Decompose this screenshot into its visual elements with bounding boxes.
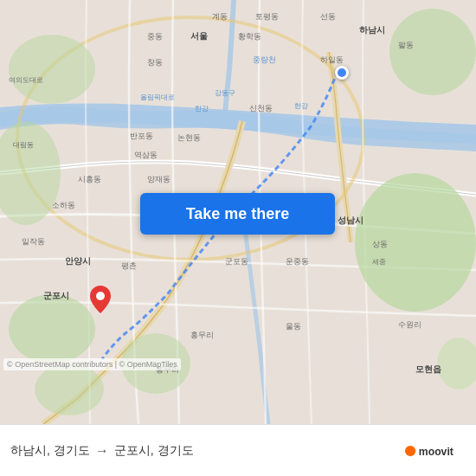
svg-text:하일동: 하일동: [320, 55, 344, 64]
svg-text:역삼동: 역삼동: [134, 151, 158, 159]
svg-text:한강: 한강: [195, 105, 209, 113]
svg-text:신천동: 신천동: [249, 104, 273, 113]
take-me-there-label: Take me there: [186, 205, 290, 223]
svg-text:대림동: 대림동: [13, 141, 34, 149]
svg-text:서울: 서울: [190, 31, 208, 41]
svg-text:군포시: 군포시: [43, 291, 69, 300]
svg-point-5: [389, 9, 476, 95]
svg-text:시흥동: 시흥동: [78, 175, 101, 183]
take-me-there-button[interactable]: Take me there: [140, 193, 335, 235]
svg-text:양재동: 양재동: [147, 175, 170, 183]
svg-text:중동: 중동: [147, 32, 163, 41]
svg-text:상동: 상동: [372, 240, 388, 248]
svg-text:여의도대로: 여의도대로: [9, 76, 43, 84]
destination-label: 군포시, 경기도: [114, 443, 194, 459]
svg-text:안양시: 안양시: [65, 256, 91, 266]
svg-text:하남시: 하남시: [359, 25, 385, 35]
svg-text:수원리: 수원리: [398, 320, 421, 329]
svg-text:군포동: 군포동: [225, 257, 248, 266]
svg-text:논현동: 논현동: [177, 133, 201, 142]
svg-text:일작동: 일작동: [22, 237, 45, 246]
svg-text:계동: 계동: [212, 12, 228, 21]
origin-label: 하남시, 경기도: [10, 443, 90, 459]
svg-text:중량천: 중량천: [253, 55, 276, 64]
svg-text:팔동: 팔동: [398, 41, 414, 49]
destination-marker: [335, 66, 349, 80]
svg-point-6: [9, 35, 95, 104]
arrow-icon: →: [95, 443, 109, 459]
map-container: 계동 토평동 선동 중동 서울 황학동 하남시 팔동 창동 중량천 하일동 여의…: [0, 0, 476, 424]
moovit-logo: moovit: [405, 442, 466, 460]
svg-text:성남시: 성남시: [338, 215, 363, 225]
svg-text:세중: 세중: [372, 258, 386, 266]
map-attribution: © OpenStreetMap contributors | © OpenMap…: [3, 358, 181, 370]
svg-text:흥무리: 흥무리: [190, 331, 214, 339]
svg-point-50: [96, 292, 105, 300]
svg-point-8: [35, 363, 104, 415]
route-info: 하남시, 경기도 → 군포시, 경기도: [10, 443, 194, 459]
svg-text:올림픽대로: 올림픽대로: [140, 93, 175, 101]
svg-text:반포동: 반포동: [130, 132, 153, 140]
svg-text:소하동: 소하동: [52, 201, 75, 209]
svg-text:황학동: 황학동: [238, 32, 261, 41]
svg-text:평촌: 평촌: [121, 261, 137, 270]
origin-marker: [90, 286, 111, 313]
svg-text:강동구: 강동구: [215, 89, 235, 97]
svg-text:토평동: 토평동: [255, 12, 279, 21]
svg-text:창동: 창동: [147, 58, 163, 67]
svg-text:선동: 선동: [320, 12, 336, 21]
svg-rect-51: [405, 445, 415, 455]
svg-point-3: [9, 294, 95, 363]
svg-text:모현읍: 모현읍: [415, 364, 441, 374]
svg-text:moovit: moovit: [419, 446, 453, 458]
svg-text:한강: 한강: [294, 102, 308, 110]
svg-text:울동: 울동: [286, 322, 301, 331]
bottom-bar: 하남시, 경기도 → 군포시, 경기도 moovit: [0, 424, 476, 476]
svg-text:운중동: 운중동: [286, 257, 309, 266]
